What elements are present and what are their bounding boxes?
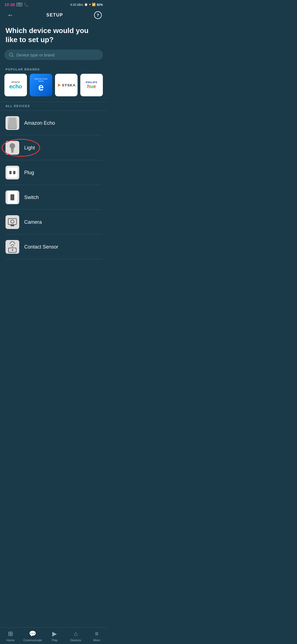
device-list: Amazon Echo Light bbox=[0, 111, 107, 259]
plug-label: Plug bbox=[24, 170, 34, 176]
network-speed: 6.92 kB/s bbox=[70, 3, 83, 6]
svg-line-1 bbox=[12, 56, 13, 56]
amazon-echo-label: Amazon Echo bbox=[24, 120, 55, 126]
signal-icon: 📶 bbox=[92, 3, 96, 6]
switch-icon-box bbox=[6, 190, 19, 204]
amazon-echo-icon-box bbox=[6, 116, 19, 130]
brand-philips-hue[interactable]: PHILIPS hue bbox=[80, 74, 103, 96]
svg-rect-3 bbox=[11, 151, 13, 152]
hue-label: hue bbox=[87, 84, 96, 89]
brands-row: amazon echo eWeLink SmartHome e ➤ SYSKA … bbox=[0, 74, 107, 102]
status-left: 10:26 HD 📞 bbox=[4, 2, 29, 7]
alarm-icon: ⏰ bbox=[84, 3, 88, 6]
contact-sensor-label: Contact Sensor bbox=[24, 244, 58, 250]
search-bar[interactable] bbox=[4, 50, 103, 60]
device-item-plug[interactable]: Plug bbox=[0, 160, 107, 185]
device-item-light[interactable]: Light bbox=[0, 135, 107, 160]
status-hd-badge: HD bbox=[16, 3, 22, 6]
popular-brands-label: POPULAR BRANDS bbox=[0, 66, 107, 74]
brand-ewelink[interactable]: eWeLink SmartHome e bbox=[30, 74, 52, 96]
brand-echo-text: echo bbox=[9, 83, 22, 90]
brand-syska[interactable]: ➤ SYSKA bbox=[55, 74, 78, 96]
camera-icon bbox=[8, 218, 17, 226]
camera-label: Camera bbox=[24, 219, 42, 225]
svg-rect-4 bbox=[12, 152, 13, 153]
contact-sensor-icon bbox=[8, 241, 16, 253]
brand-amazon-top: amazon bbox=[11, 81, 20, 83]
search-input[interactable] bbox=[16, 53, 98, 57]
bulb-icon bbox=[8, 143, 17, 153]
page-content: Which device would you like to set up? P… bbox=[0, 23, 107, 292]
device-item-contact-sensor[interactable]: Contact Sensor bbox=[0, 234, 107, 259]
header: ← SETUP ? bbox=[0, 8, 107, 23]
device-item-switch[interactable]: Switch bbox=[0, 185, 107, 210]
help-button[interactable]: ? bbox=[94, 11, 102, 19]
wifi-icon: ▾ bbox=[89, 3, 91, 6]
question-heading: Which device would you like to set up? bbox=[6, 26, 102, 44]
status-right: 6.92 kB/s ⏰ ▾ 📶 82% bbox=[70, 3, 103, 6]
back-button[interactable]: ← bbox=[6, 12, 15, 19]
page-title: SETUP bbox=[46, 13, 63, 18]
syska-text: SYSKA bbox=[62, 83, 76, 87]
ewelink-e-icon: e bbox=[38, 82, 44, 92]
echo-device-icon bbox=[8, 117, 17, 129]
plug-icon bbox=[7, 167, 18, 178]
battery-level: 82% bbox=[97, 3, 103, 6]
switch-label: Switch bbox=[24, 195, 39, 200]
device-item-camera[interactable]: Camera bbox=[0, 210, 107, 234]
switch-icon bbox=[7, 191, 17, 203]
phone-icon: 📞 bbox=[24, 2, 29, 7]
question-title: Which device would you like to set up? bbox=[0, 23, 107, 50]
search-icon bbox=[9, 52, 14, 57]
all-devices-label: ALL DEVICES bbox=[0, 102, 107, 110]
search-container bbox=[0, 50, 107, 66]
ewelink-top-text: eWeLink SmartHome bbox=[34, 78, 48, 83]
brand-amazon-echo[interactable]: amazon echo bbox=[4, 74, 27, 96]
status-time: 10:26 bbox=[4, 2, 15, 7]
light-label: Light bbox=[24, 145, 35, 151]
philips-label: PHILIPS bbox=[86, 81, 97, 84]
syska-arrow-icon: ➤ bbox=[57, 82, 61, 88]
camera-icon-box bbox=[6, 215, 19, 229]
status-bar: 10:26 HD 📞 6.92 kB/s ⏰ ▾ 📶 82% bbox=[0, 0, 107, 8]
device-item-amazon-echo[interactable]: Amazon Echo bbox=[0, 111, 107, 135]
svg-rect-2 bbox=[11, 150, 14, 151]
contact-sensor-icon-box bbox=[6, 240, 19, 254]
plug-icon-box bbox=[6, 166, 19, 179]
light-icon-box bbox=[6, 141, 19, 155]
